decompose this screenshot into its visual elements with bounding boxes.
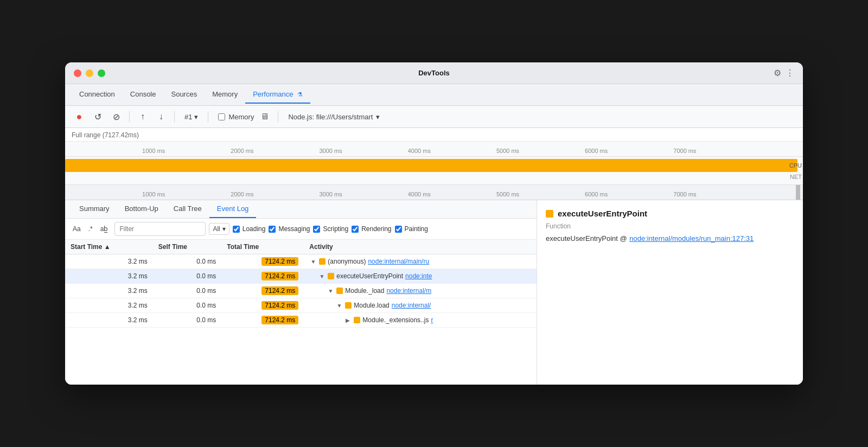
loading-checkbox[interactable] bbox=[233, 226, 240, 233]
messaging-checkbox[interactable] bbox=[269, 226, 276, 233]
cell-start-time: 3.2 ms bbox=[65, 284, 153, 298]
activity-name: (anonymous) bbox=[328, 258, 366, 265]
close-button[interactable] bbox=[74, 69, 81, 77]
activity-link[interactable]: node:internal/m bbox=[386, 287, 431, 295]
table-row[interactable]: 3.2 ms0.0 ms7124.2 ms▼(anonymous) node:i… bbox=[65, 254, 537, 269]
ruler-mark-7000: 7000 ms bbox=[673, 148, 696, 154]
subtab-call-tree[interactable]: Call Tree bbox=[166, 200, 209, 218]
reload-button[interactable]: ↺ bbox=[90, 109, 105, 124]
cpu-label: CPU bbox=[789, 159, 802, 172]
expand-icon[interactable]: ▼ bbox=[309, 258, 317, 265]
right-panel-type: Function bbox=[546, 222, 794, 230]
subtab-summary[interactable]: Summary bbox=[72, 200, 117, 218]
memory-checkbox[interactable] bbox=[218, 113, 225, 120]
cell-start-time: 3.2 ms bbox=[65, 254, 153, 269]
tab-sources[interactable]: Sources bbox=[163, 86, 205, 104]
expand-icon[interactable]: ▶ bbox=[344, 316, 352, 324]
right-panel: executeUserEntryPoint Function executeUs… bbox=[537, 200, 803, 385]
table-row[interactable]: 3.2 ms0.0 ms7124.2 ms▶Module._extensions… bbox=[65, 313, 537, 328]
minimize-button[interactable] bbox=[86, 69, 93, 77]
bottom-ruler-mark-4000: 4000 ms bbox=[408, 191, 431, 197]
rendering-checkbox[interactable] bbox=[352, 226, 359, 233]
col-self-time[interactable]: Self Time bbox=[153, 240, 221, 254]
painting-checkbox-label[interactable]: Painting bbox=[395, 225, 428, 233]
table-row[interactable]: 3.2 ms0.0 ms7124.2 ms▼executeUserEntryPo… bbox=[65, 269, 537, 284]
event-table[interactable]: Start Time ▲ Self Time Total Time Activi… bbox=[65, 240, 537, 385]
activity-link[interactable]: r bbox=[431, 316, 433, 324]
subtab-bottom-up[interactable]: Bottom-Up bbox=[117, 200, 166, 218]
col-activity[interactable]: Activity bbox=[304, 240, 537, 254]
more-options-icon[interactable]: ⋮ bbox=[786, 68, 794, 78]
tab-connection[interactable]: Connection bbox=[72, 86, 123, 104]
table-header-row: Start Time ▲ Self Time Total Time Activi… bbox=[65, 240, 537, 254]
settings-icon[interactable]: ⚙ bbox=[774, 68, 781, 78]
timeline-ruler-top: 1000 ms 2000 ms 3000 ms 4000 ms 5000 ms … bbox=[65, 142, 803, 157]
memory-label[interactable]: Memory bbox=[228, 113, 254, 121]
bottom-ruler-mark-6000: 6000 ms bbox=[585, 191, 608, 197]
tab-performance[interactable]: Performance ⚗ bbox=[245, 86, 310, 104]
expand-icon[interactable]: ▼ bbox=[335, 302, 343, 309]
right-panel-fn-link[interactable]: node:internal/modules/run_main:127:31 bbox=[629, 234, 754, 242]
activity-link[interactable]: node:inte bbox=[405, 272, 432, 280]
cell-activity: ▼(anonymous) node:internal/main/ru bbox=[304, 254, 537, 269]
filter-regex-btn[interactable]: .* bbox=[85, 224, 96, 234]
download-button[interactable]: ↓ bbox=[154, 109, 169, 124]
col-start-time[interactable]: Start Time ▲ bbox=[65, 240, 153, 254]
scrollbar-track[interactable] bbox=[795, 185, 801, 200]
activity-color-box bbox=[319, 258, 326, 265]
cell-total-time: 7124.2 ms bbox=[221, 269, 304, 284]
cell-self-time: 0.0 ms bbox=[153, 298, 221, 313]
ruler-mark-6000: 6000 ms bbox=[585, 148, 608, 154]
bottom-ruler-mark-5000: 5000 ms bbox=[496, 191, 519, 197]
messaging-checkbox-label[interactable]: Messaging bbox=[269, 225, 310, 233]
tab-console[interactable]: Console bbox=[123, 86, 164, 104]
filter-case-sensitive-btn[interactable]: Aa bbox=[69, 224, 84, 234]
rendering-checkbox-label[interactable]: Rendering bbox=[352, 225, 391, 233]
bottom-ruler-mark-3000: 3000 ms bbox=[319, 191, 342, 197]
devtools-window: DevTools ⚙ ⋮ Connection Console Sources … bbox=[65, 62, 803, 385]
table-row[interactable]: 3.2 ms0.0 ms7124.2 ms▼Module._load node:… bbox=[65, 284, 537, 298]
scrollbar-thumb[interactable] bbox=[796, 185, 800, 200]
table-row[interactable]: 3.2 ms0.0 ms7124.2 ms▼Module.load node:i… bbox=[65, 298, 537, 313]
event-log-left: Summary Bottom-Up Call Tree Event Log Aa… bbox=[65, 200, 537, 385]
right-panel-title: executeUserEntryPoint bbox=[558, 209, 647, 218]
right-panel-fn-row: executeUserEntryPoint @ node:internal/mo… bbox=[546, 233, 794, 243]
clear-button[interactable]: ⊘ bbox=[108, 109, 124, 124]
ruler-mark-5000: 5000 ms bbox=[496, 148, 519, 154]
flask-icon: ⚗ bbox=[297, 91, 303, 98]
scripting-checkbox[interactable] bbox=[313, 226, 320, 233]
cell-activity: ▼Module.load node:internal/ bbox=[304, 298, 537, 313]
filter-input[interactable] bbox=[114, 222, 206, 236]
tab-memory[interactable]: Memory bbox=[205, 86, 245, 104]
expand-icon[interactable]: ▼ bbox=[318, 272, 326, 280]
cell-total-time: 7124.2 ms bbox=[221, 254, 304, 269]
loading-checkbox-label[interactable]: Loading bbox=[233, 225, 266, 233]
toolbar: ● ↺ ⊘ ↑ ↓ #1 ▾ Memory 🖥 Node.js: file://… bbox=[65, 106, 803, 128]
toolbar-divider-2 bbox=[174, 111, 175, 122]
cell-start-time: 3.2 ms bbox=[65, 298, 153, 313]
filter-whole-word-btn[interactable]: ab̲ bbox=[97, 224, 112, 234]
filter-dropdown[interactable]: All ▾ bbox=[209, 223, 229, 235]
scripting-checkbox-label[interactable]: Scripting bbox=[313, 225, 348, 233]
upload-button[interactable]: ↑ bbox=[135, 109, 150, 124]
activity-link[interactable]: node:internal/ bbox=[392, 302, 431, 309]
record-selector[interactable]: #1 ▾ bbox=[180, 111, 202, 123]
toolbar-divider-1 bbox=[129, 111, 130, 122]
cell-self-time: 0.0 ms bbox=[153, 269, 221, 284]
traffic-lights bbox=[74, 69, 105, 77]
col-total-time[interactable]: Total Time bbox=[221, 240, 304, 254]
subtabs: Summary Bottom-Up Call Tree Event Log bbox=[65, 200, 537, 219]
node-target-selector[interactable]: Node.js: file:///Users/stmart ▾ bbox=[284, 111, 384, 123]
range-bar: Full range (7127.42ms) bbox=[65, 128, 803, 142]
maximize-button[interactable] bbox=[98, 69, 105, 77]
bottom-ruler-mark-7000: 7000 ms bbox=[673, 191, 696, 197]
ruler-mark-2000: 2000 ms bbox=[231, 148, 253, 154]
right-panel-fn-text: executeUserEntryPoint @ bbox=[546, 234, 627, 242]
painting-checkbox[interactable] bbox=[395, 226, 402, 233]
chevron-down-icon: ▾ bbox=[194, 113, 198, 121]
expand-icon[interactable]: ▼ bbox=[327, 287, 334, 295]
record-button[interactable]: ● bbox=[72, 109, 87, 124]
subtab-event-log[interactable]: Event Log bbox=[209, 200, 257, 218]
activity-link[interactable]: node:internal/main/ru bbox=[368, 258, 429, 265]
cell-total-time: 7124.2 ms bbox=[221, 298, 304, 313]
